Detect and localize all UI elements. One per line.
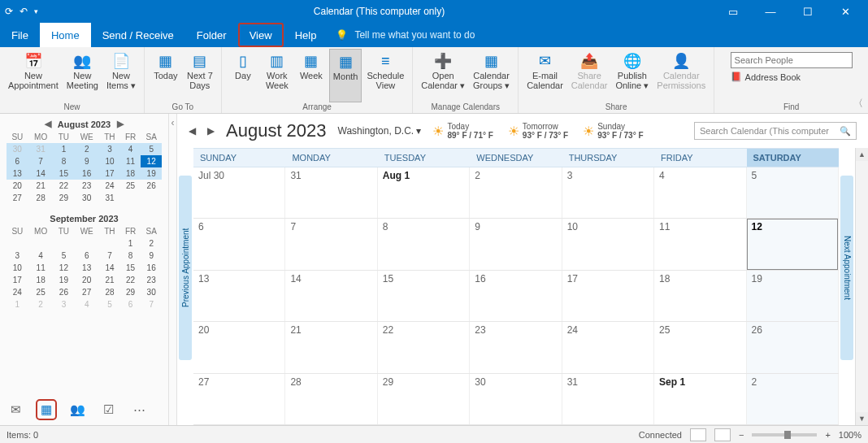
week-view-button[interactable]: ▦Week [295,49,328,102]
search-calendar-input[interactable]: Search Calendar (This computer🔍 [694,122,857,140]
calendar-groups-button[interactable]: ▦Calendar Groups ▾ [470,49,513,102]
scroll-down-icon[interactable]: ▼ [856,412,868,425]
mini-day[interactable]: 27 [74,286,99,298]
people-icon[interactable]: 👥 [68,401,86,419]
mini-day[interactable]: 5 [54,250,75,262]
mini-day[interactable]: 7 [141,298,162,311]
mini-day[interactable] [74,237,99,250]
address-book-button[interactable]: 📕Address Book [731,72,853,82]
day-cell[interactable]: 3 [562,167,654,218]
mini-day[interactable]: 11 [120,155,141,167]
scroll-up-icon[interactable]: ▲ [856,148,868,161]
day-cell[interactable]: 31 [562,374,654,424]
day-cell[interactable]: 14 [285,271,377,321]
day-cell[interactable]: 6 [193,219,285,269]
mini-day[interactable] [120,192,141,204]
mini-day[interactable]: 18 [120,167,141,180]
schedule-view-button[interactable]: ≡Schedule View [363,49,407,102]
day-cell[interactable]: 2 [747,374,839,424]
day-cell[interactable]: Aug 1 [378,167,470,218]
mini-day[interactable]: 29 [120,286,141,298]
mini-day[interactable]: 2 [28,298,54,311]
day-cell[interactable]: 5 [747,167,839,218]
mini-day[interactable]: 9 [74,155,99,167]
prev-month-icon[interactable]: ◀ [189,125,196,137]
mini-day[interactable]: 20 [74,274,99,286]
mini-day[interactable]: 13 [74,262,99,274]
minimize-icon[interactable]: — [757,6,783,18]
mini-day[interactable]: 17 [7,274,28,286]
new-items-button[interactable]: 📄New Items ▾ [103,49,139,102]
mini-day[interactable] [7,237,28,250]
zoom-out-icon[interactable]: − [739,430,744,440]
mini-day[interactable]: 4 [28,250,54,262]
day-cell[interactable]: 17 [562,271,654,321]
mini-day[interactable]: 10 [7,262,28,274]
mini-day[interactable]: 4 [120,143,141,155]
mini-day[interactable]: 14 [28,167,54,180]
today-button[interactable]: ▦Today [150,49,182,102]
mini-day[interactable]: 24 [7,286,28,298]
reading-view-icon[interactable] [714,428,731,441]
normal-view-icon[interactable] [690,428,706,441]
day-cell[interactable]: 8 [378,219,470,269]
tasks-icon[interactable]: ☑ [99,401,117,419]
day-cell[interactable]: 16 [470,271,562,321]
day-cell[interactable]: 30 [470,374,562,424]
mini-day[interactable]: 23 [141,274,162,286]
mini-day[interactable]: 28 [99,286,120,298]
day-cell[interactable]: 2 [470,167,562,218]
new-meeting-button[interactable]: 👥New Meeting [63,49,102,102]
tab-view[interactable]: View [238,23,284,47]
share-calendar-button[interactable]: 📤Share Calendar [568,49,611,102]
maximize-icon[interactable]: ☐ [795,6,821,18]
mini-day[interactable]: 8 [54,155,75,167]
mini-day[interactable]: 13 [7,167,28,180]
location-selector[interactable]: Washington, D.C. ▾ [338,125,422,137]
day-cell[interactable]: 9 [470,219,562,269]
mini-day[interactable]: 2 [141,237,162,250]
mini-day[interactable]: 26 [141,180,162,192]
day-cell[interactable]: Jul 30 [193,167,285,218]
mini-day[interactable]: 1 [120,237,141,250]
mini-day[interactable]: 30 [7,143,28,155]
zoom-slider[interactable] [752,433,817,436]
mini-day[interactable]: 10 [99,155,120,167]
mini-day[interactable]: 7 [99,250,120,262]
mini-day[interactable]: 17 [99,167,120,180]
mini-day[interactable]: 12 [54,262,75,274]
mini-day[interactable]: 30 [74,192,99,204]
mini-day[interactable]: 16 [141,262,162,274]
day-cell[interactable]: 15 [378,271,470,321]
ribbon-display-icon[interactable]: ▭ [720,6,746,18]
day-cell[interactable]: 25 [654,322,746,372]
day-cell[interactable]: 20 [193,322,285,372]
day-cell[interactable]: 13 [193,271,285,321]
tab-file[interactable]: File [0,23,40,47]
calendar-icon[interactable]: ▦ [37,401,55,419]
scrollbar[interactable]: ▲ ▼ [855,148,868,425]
mini-day[interactable]: 22 [120,274,141,286]
workweek-view-button[interactable]: ▥Work Week [261,49,293,102]
day-cell[interactable]: 18 [654,271,746,321]
day-cell[interactable]: 22 [378,322,470,372]
mini-day[interactable]: 30 [141,286,162,298]
open-calendar-button[interactable]: ➕Open Calendar ▾ [418,49,468,102]
mini-day[interactable]: 19 [54,274,75,286]
collapse-ribbon-icon[interactable]: 〈 [853,97,863,111]
mini-day[interactable]: 20 [7,180,28,192]
day-cell[interactable]: 27 [193,374,285,424]
day-cell[interactable]: 10 [562,219,654,269]
day-cell[interactable]: 7 [285,219,377,269]
day-cell[interactable]: 23 [470,322,562,372]
day-cell[interactable]: 29 [378,374,470,424]
mail-icon[interactable]: ✉ [7,401,24,419]
day-view-button[interactable]: ▯Day [227,49,259,102]
new-appointment-button[interactable]: 📅New Appointment [5,49,62,102]
mini-day[interactable]: 6 [7,155,28,167]
next-month-icon[interactable]: ▶ [207,125,215,137]
mini-day[interactable]: 3 [7,250,28,262]
mini-day[interactable]: 7 [28,155,54,167]
mini-day[interactable]: 15 [120,262,141,274]
tab-home[interactable]: Home [40,23,91,47]
